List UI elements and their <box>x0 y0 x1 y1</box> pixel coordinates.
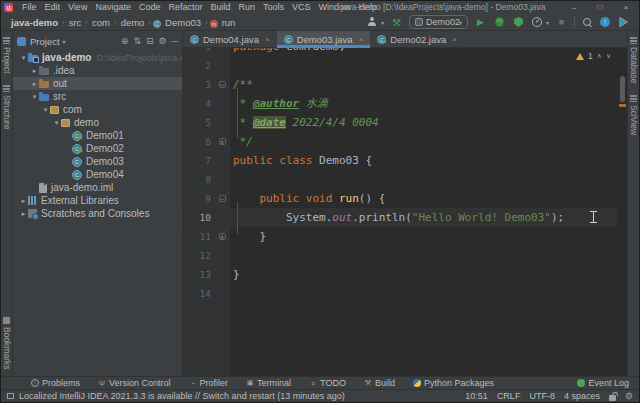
tool-window-button-version-control[interactable]: ΨVersion Control <box>98 378 171 388</box>
tree-item-demo04[interactable]: CDemo04 <box>13 168 182 181</box>
minimize-button[interactable]: – <box>561 1 587 14</box>
tool-window-button-project[interactable]: Project <box>2 31 12 79</box>
tool-window-button-profiler[interactable]: ◔Profiler <box>189 378 229 388</box>
project-view-dropdown-icon[interactable]: ▾ <box>63 38 66 45</box>
chevron-collapsed-icon[interactable]: ▸ <box>19 210 28 218</box>
debug-button[interactable] <box>493 16 506 29</box>
tool-window-button-terminal[interactable]: ▣Terminal <box>246 378 291 388</box>
dynamic-plugins-gear-icon[interactable]: ⚙ <box>625 392 633 401</box>
tree-item-demo03[interactable]: CDemo03 <box>13 155 182 168</box>
menu-item-build[interactable]: Build <box>206 2 234 12</box>
settings-gear-icon[interactable]: ⚙ <box>159 36 167 46</box>
package-icon <box>50 106 59 114</box>
tool-window-button-structure[interactable]: Structure <box>2 79 12 136</box>
chevron-expanded-icon[interactable]: ▾ <box>52 119 61 127</box>
tool-window-button-build[interactable]: ⚒Build <box>364 378 395 388</box>
chevron-collapsed-icon[interactable]: ▸ <box>30 67 39 75</box>
tool-window-button-bookmarks[interactable]: Bookmarks <box>2 311 12 376</box>
menu-item-code[interactable]: Code <box>135 2 165 12</box>
run-button[interactable]: ▶ <box>474 16 487 29</box>
tool-window-button-todo[interactable]: ≡TODO <box>309 378 346 388</box>
editor-scrollbar[interactable] <box>620 76 625 102</box>
tool-window-button-python-packages[interactable]: Python Packages <box>413 378 494 388</box>
next-problem-icon[interactable]: ∨ <box>606 52 611 60</box>
chevron-expanded-icon[interactable]: ▾ <box>41 106 50 114</box>
locate-file-icon[interactable]: ⊕ <box>121 36 129 46</box>
tree-item-demo02[interactable]: CDemo02 <box>13 142 182 155</box>
fold-open-icon[interactable]: − <box>219 81 226 88</box>
fold-marker-icon[interactable]: ∧ <box>215 227 229 246</box>
tree-item-demo01[interactable]: CDemo01 <box>13 129 182 142</box>
line-ending-widget[interactable]: CRLF <box>497 391 521 401</box>
tree-item-com[interactable]: ▾com <box>13 103 182 116</box>
profiler-button[interactable] <box>531 16 544 29</box>
tree-item-java-demo[interactable]: ▾java-demoD:\IdeaProjects\java-demo <box>13 51 182 64</box>
unlock-icon[interactable] <box>609 395 616 401</box>
fold-close-icon[interactable]: ∧ <box>219 233 226 240</box>
chevron-expanded-icon[interactable]: ▾ <box>19 54 28 62</box>
tree-item--idea[interactable]: ▸.idea <box>13 64 182 77</box>
status-message[interactable]: Localized IntelliJ IDEA 2021.3.3 is avai… <box>19 391 345 401</box>
tool-window-button-sciview[interactable]: SciView <box>629 89 639 141</box>
code-with-me-icon[interactable] <box>366 16 379 29</box>
tree-item-src[interactable]: ▾src <box>13 90 182 103</box>
tab-close-icon[interactable]: × <box>265 35 270 44</box>
fold-marker-icon[interactable]: − <box>215 189 229 208</box>
indent-widget[interactable]: 4 spaces <box>564 391 600 401</box>
chevron-collapsed-icon[interactable]: ▸ <box>19 197 28 205</box>
menu-item-view[interactable]: View <box>64 2 91 12</box>
tree-item-demo[interactable]: ▾demo <box>13 116 182 129</box>
close-button[interactable]: × <box>613 1 639 14</box>
hide-panel-icon[interactable]: ─ <box>172 36 178 46</box>
ide-plugin-icon[interactable] <box>616 16 629 29</box>
code-with-me-dropdown-icon[interactable]: ▾ <box>381 19 384 26</box>
tree-item-out[interactable]: ▸out <box>13 77 182 90</box>
tab-close-icon[interactable]: × <box>359 35 364 44</box>
maximize-button[interactable]: □ <box>587 1 613 14</box>
tree-item-external-libraries[interactable]: ▸External Libraries <box>13 194 182 207</box>
breadcrumb-separator-icon: › <box>148 18 151 27</box>
breadcrumb-item-run[interactable]: mrun <box>210 17 238 28</box>
menu-item-vcs[interactable]: VCS <box>288 2 315 12</box>
breadcrumb-item-src[interactable]: src <box>67 17 84 28</box>
project-panel-title[interactable]: Project <box>30 36 60 47</box>
fold-open-icon[interactable]: − <box>219 195 226 202</box>
build-hammer-icon[interactable]: ⚒ <box>390 16 403 29</box>
run-configuration-select[interactable]: Demo02 ▾ <box>409 15 468 29</box>
tool-window-button-event-log[interactable]: Event Log <box>577 378 629 388</box>
breadcrumb-item-demo03[interactable]: CDemo03 <box>153 17 203 28</box>
tab-close-icon[interactable]: × <box>452 35 457 44</box>
collapse-all-icon[interactable]: ⊟ <box>146 36 154 46</box>
breadcrumb-item-demo[interactable]: demo <box>119 17 147 28</box>
editor-tab-demo02.java[interactable]: CDemo02.java× <box>370 31 464 47</box>
breadcrumb-item-com[interactable]: com <box>90 17 112 28</box>
editor-tab-demo04.java[interactable]: CDemo04.java× <box>183 31 277 47</box>
inspection-widget[interactable]: 1 ∧ ∨ <box>576 51 611 61</box>
profiler-dropdown-icon[interactable]: ▾ <box>546 19 549 26</box>
fold-marker-icon[interactable]: ∧ <box>215 132 229 151</box>
menu-item-navigate[interactable]: Navigate <box>91 2 135 12</box>
editor-tab-demo03.java[interactable]: CDemo03.java× <box>277 31 371 47</box>
chevron-expanded-icon[interactable]: ▾ <box>30 93 39 101</box>
fold-close-icon[interactable]: ∧ <box>219 138 226 145</box>
tree-item-scratches-and-consoles[interactable]: ▸Scratches and Consoles <box>13 207 182 220</box>
run-with-coverage-button[interactable] <box>512 16 525 29</box>
menu-item-edit[interactable]: Edit <box>41 2 65 12</box>
prev-problem-icon[interactable]: ∧ <box>597 52 602 60</box>
update-available-icon[interactable]: ↑ <box>600 17 610 27</box>
search-everywhere-icon[interactable] <box>581 16 594 29</box>
menu-item-refactor[interactable]: Refactor <box>164 2 206 12</box>
code-editor[interactable]: 1package com.demo;23−/**4 * @author 水滴5 … <box>183 48 627 376</box>
fold-marker-icon[interactable]: − <box>215 75 229 94</box>
tool-window-button-database[interactable]: Database <box>629 31 639 89</box>
expand-collapse-icon[interactable]: ⇅ <box>133 36 141 46</box>
encoding-widget[interactable]: UTF-8 <box>529 391 555 401</box>
breadcrumb-item-java-demo[interactable]: java-demo <box>9 17 60 28</box>
tool-window-button-problems[interactable]: !Problems <box>31 378 80 388</box>
menu-item-run[interactable]: Run <box>234 2 259 12</box>
tree-item-java-demo-iml[interactable]: java-demo.iml <box>13 181 182 194</box>
error-stripe-warning-mark[interactable] <box>619 104 626 107</box>
chevron-collapsed-icon[interactable]: ▸ <box>30 80 39 88</box>
menu-item-tools[interactable]: Tools <box>259 2 288 12</box>
menu-item-file[interactable]: File <box>18 2 41 12</box>
